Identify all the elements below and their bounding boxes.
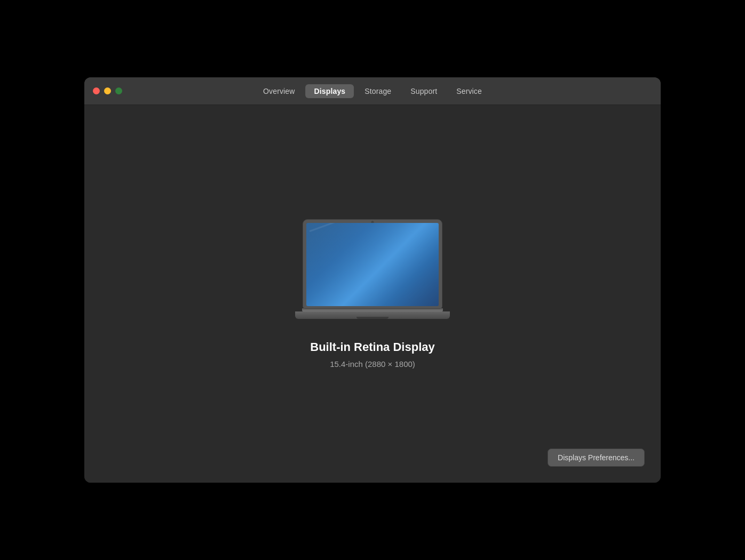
laptop-illustration [303, 220, 442, 319]
tab-service[interactable]: Service [448, 84, 490, 98]
macbook-image [303, 220, 442, 319]
main-content: Built-in Retina Display 15.4-inch (2880 … [84, 105, 661, 483]
display-name: Built-in Retina Display [310, 340, 434, 354]
app-window: Overview Displays Storage Support Servic… [84, 77, 661, 483]
titlebar: Overview Displays Storage Support Servic… [84, 77, 661, 105]
tab-support[interactable]: Support [402, 84, 446, 98]
tab-displays[interactable]: Displays [306, 84, 354, 98]
hinge [302, 308, 443, 311]
screen-display [306, 223, 439, 306]
displays-preferences-button[interactable]: Displays Preferences... [548, 449, 645, 467]
minimize-button[interactable] [104, 87, 111, 94]
traffic-lights [93, 87, 122, 94]
close-button[interactable] [93, 87, 100, 94]
zoom-button[interactable] [115, 87, 122, 94]
tab-bar: Overview Displays Storage Support Servic… [255, 84, 490, 98]
display-specs: 15.4-inch (2880 × 1800) [330, 359, 415, 369]
base [295, 311, 450, 319]
tab-storage[interactable]: Storage [356, 84, 400, 98]
tab-overview[interactable]: Overview [255, 84, 303, 98]
